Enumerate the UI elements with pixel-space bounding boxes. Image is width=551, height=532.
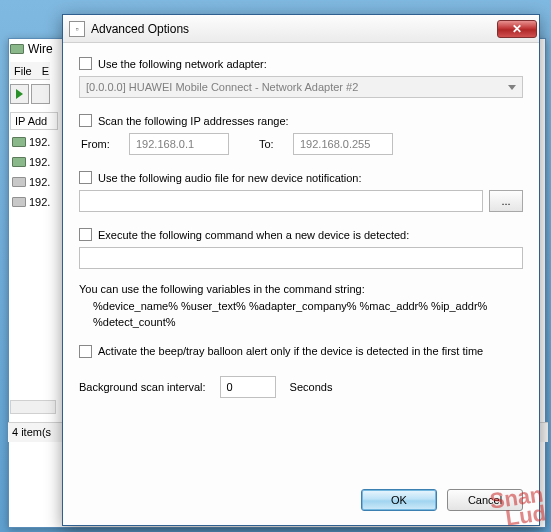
scan-interval-input[interactable]: 0 [220, 376, 276, 398]
device-icon [12, 177, 26, 187]
main-title-text: Wire [28, 42, 53, 56]
use-adapter-checkbox[interactable] [79, 57, 92, 70]
variables-line2: %detect_count% [79, 314, 523, 331]
ok-button[interactable]: OK [361, 489, 437, 511]
execute-command-checkbox[interactable] [79, 228, 92, 241]
toolbar [10, 82, 50, 106]
list-item[interactable]: 192. [10, 132, 50, 152]
cancel-button[interactable]: Cancel [447, 489, 523, 511]
use-adapter-label: Use the following network adapter: [98, 58, 267, 70]
close-icon: ✕ [512, 22, 522, 36]
to-ip-input[interactable]: 192.168.0.255 [293, 133, 393, 155]
audio-file-input[interactable] [79, 190, 483, 212]
close-button[interactable]: ✕ [497, 20, 537, 38]
execute-command-label: Execute the following command when a new… [98, 229, 409, 241]
device-icon [12, 137, 26, 147]
dialog-content: Use the following network adapter: [0.0.… [63, 43, 539, 489]
scan-range-checkbox[interactable] [79, 114, 92, 127]
device-icon [12, 157, 26, 167]
use-audio-checkbox[interactable] [79, 171, 92, 184]
variables-info: You can use the following variables in t… [79, 281, 523, 331]
dialog-title: Advanced Options [91, 22, 189, 36]
scan-interval-label: Background scan interval: [79, 381, 206, 393]
beep-first-time-label: Activate the beep/tray balloon alert onl… [98, 345, 483, 357]
list-item[interactable]: 192. [10, 152, 50, 172]
to-label: To: [259, 138, 283, 150]
column-header-ip[interactable]: IP Add [10, 112, 58, 130]
menu-edit[interactable]: E [42, 65, 49, 77]
adapter-combo-value: [0.0.0.0] HUAWEI Mobile Connect - Networ… [86, 81, 358, 93]
variables-heading: You can use the following variables in t… [79, 281, 523, 298]
app-icon [10, 44, 24, 54]
scan-interval-unit: Seconds [290, 381, 333, 393]
dialog-icon: ▫ [69, 21, 85, 37]
main-window-title: Wire [10, 42, 53, 56]
from-ip-input[interactable]: 192.168.0.1 [129, 133, 229, 155]
beep-first-time-checkbox[interactable] [79, 345, 92, 358]
device-list: 192. 192. 192. 192. [10, 132, 50, 212]
dialog-button-bar: OK Cancel [63, 489, 539, 525]
horizontal-scrollbar[interactable] [10, 400, 56, 414]
stop-button[interactable] [31, 84, 50, 104]
list-item[interactable]: 192. [10, 172, 50, 192]
menu-file[interactable]: File [14, 65, 32, 77]
menubar: File E [10, 62, 50, 80]
use-audio-label: Use the following audio file for new dev… [98, 172, 362, 184]
scan-range-label: Scan the following IP addresses range: [98, 115, 289, 127]
list-item[interactable]: 192. [10, 192, 50, 212]
from-label: From: [81, 138, 119, 150]
command-input[interactable] [79, 247, 523, 269]
play-button[interactable] [10, 84, 29, 104]
browse-audio-button[interactable]: ... [489, 190, 523, 212]
play-icon [16, 89, 23, 99]
advanced-options-dialog: ▫ Advanced Options ✕ Use the following n… [62, 14, 540, 526]
variables-line1: %device_name% %user_text% %adapter_compa… [79, 298, 523, 315]
adapter-combo[interactable]: [0.0.0.0] HUAWEI Mobile Connect - Networ… [79, 76, 523, 98]
device-icon [12, 197, 26, 207]
titlebar[interactable]: ▫ Advanced Options ✕ [63, 15, 539, 43]
